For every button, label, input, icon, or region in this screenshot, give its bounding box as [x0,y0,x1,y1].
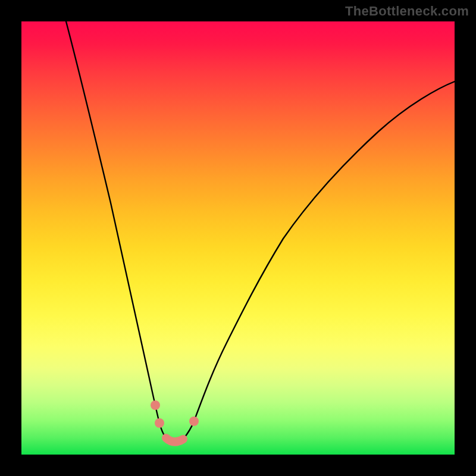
curve-svg [21,21,455,455]
bottleneck-curve [66,21,455,443]
marker-dot-2 [155,418,164,428]
marker-u [166,438,183,442]
marker-dot-3 [189,416,199,426]
watermark-text: TheBottleneck.com [345,4,469,19]
marker-dot-1 [151,400,160,410]
plot-area [21,21,455,455]
